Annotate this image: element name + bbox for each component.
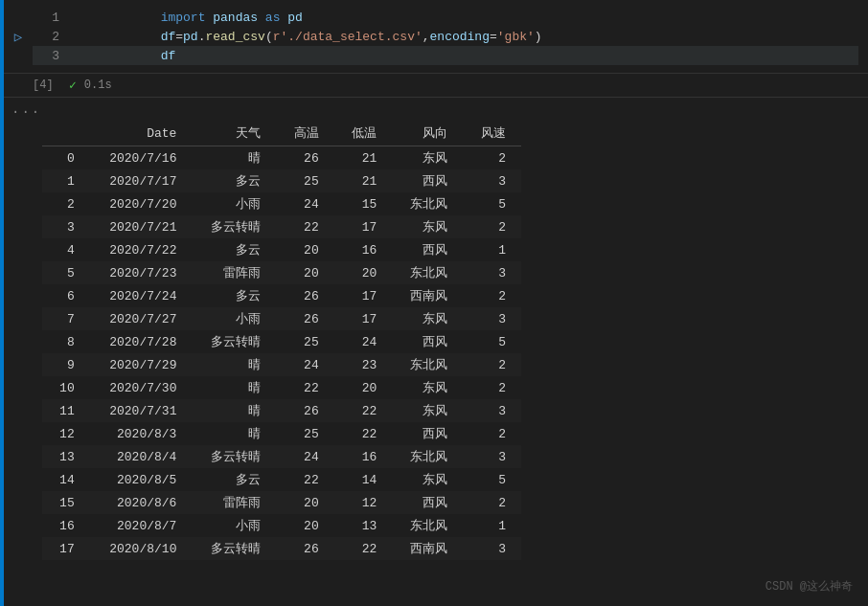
table-cell: 13 bbox=[42, 445, 90, 468]
table-cell: 2020/8/7 bbox=[90, 514, 193, 537]
table-cell: 多云 bbox=[192, 284, 276, 307]
table-row: 62020/7/24多云2617西南风2 bbox=[42, 284, 521, 307]
table-cell: 2020/7/23 bbox=[90, 261, 193, 284]
table-cell: 21 bbox=[334, 146, 393, 170]
table-row: 172020/8/10多云转晴2622西南风3 bbox=[42, 537, 521, 560]
table-cell: 东风 bbox=[392, 307, 463, 330]
table-cell: 多云转晴 bbox=[192, 537, 276, 560]
table-cell: 23 bbox=[334, 353, 393, 376]
table-cell: 2020/7/30 bbox=[90, 376, 193, 399]
table-cell: 3 bbox=[463, 169, 521, 192]
table-row: 22020/7/20小雨2415东北风5 bbox=[42, 192, 521, 215]
table-cell: 东风 bbox=[392, 146, 463, 170]
table-cell: 多云 bbox=[192, 169, 276, 192]
table-cell: 小雨 bbox=[192, 514, 276, 537]
table-cell: 24 bbox=[276, 192, 334, 215]
watermark-text: CSDN @这么神奇 bbox=[765, 580, 853, 594]
table-cell: 2020/7/16 bbox=[90, 146, 193, 170]
table-cell: 20 bbox=[276, 514, 334, 537]
table-cell: 东北风 bbox=[392, 353, 463, 376]
table-cell: 小雨 bbox=[192, 192, 276, 215]
table-cell: 24 bbox=[276, 445, 334, 468]
table-cell: 2020/7/24 bbox=[90, 284, 193, 307]
table-cell: 17 bbox=[334, 284, 393, 307]
table-cell: 11 bbox=[42, 399, 90, 422]
table-cell: 5 bbox=[463, 330, 521, 353]
table-cell: 2020/8/6 bbox=[90, 491, 193, 514]
table-cell: 17 bbox=[42, 537, 90, 560]
table-cell: 14 bbox=[42, 468, 90, 491]
table-cell: 17 bbox=[334, 215, 393, 238]
table-cell: 2 bbox=[463, 146, 521, 170]
table-cell: 16 bbox=[334, 445, 393, 468]
table-row: 122020/8/3晴2522西风2 bbox=[42, 422, 521, 445]
table-cell: 22 bbox=[334, 537, 393, 560]
table-cell: 2 bbox=[42, 192, 90, 215]
table-cell: 3 bbox=[42, 215, 90, 238]
table-row: 12020/7/17多云2521西风3 bbox=[42, 169, 521, 192]
table-cell: 15 bbox=[42, 491, 90, 514]
table-cell: 1 bbox=[42, 169, 90, 192]
col-header-speed: 风速 bbox=[463, 121, 521, 146]
table-cell: 东北风 bbox=[392, 514, 463, 537]
table-cell: 2 bbox=[463, 491, 521, 514]
code-cell: ▷ 1 import pandas as pd 2 df=pd.read_csv… bbox=[4, 0, 868, 74]
table-cell: 晴 bbox=[192, 146, 276, 170]
table-cell: 2020/7/21 bbox=[90, 215, 193, 238]
success-icon: ✓ bbox=[69, 78, 77, 93]
table-cell: 2 bbox=[463, 376, 521, 399]
table-cell: 20 bbox=[276, 491, 334, 514]
table-cell: 26 bbox=[276, 399, 334, 422]
table-cell: 25 bbox=[276, 330, 334, 353]
main-content: ▷ 1 import pandas as pd 2 df=pd.read_csv… bbox=[0, 0, 868, 606]
table-row: 92020/7/29晴2423东北风2 bbox=[42, 353, 521, 376]
table-cell: 20 bbox=[334, 376, 393, 399]
table-cell: 2020/7/27 bbox=[90, 307, 193, 330]
table-cell: 4 bbox=[42, 238, 90, 261]
table-cell: 3 bbox=[463, 537, 521, 560]
table-row: 02020/7/16晴2621东风2 bbox=[42, 146, 521, 170]
table-cell: 西风 bbox=[392, 330, 463, 353]
run-button[interactable]: ▷ bbox=[4, 0, 33, 73]
col-header-low: 低温 bbox=[334, 121, 393, 146]
table-cell: 20 bbox=[276, 238, 334, 261]
table-cell: 26 bbox=[276, 284, 334, 307]
table-cell: 多云转晴 bbox=[192, 330, 276, 353]
line-number-1: 1 bbox=[36, 11, 59, 25]
table-cell: 24 bbox=[334, 330, 393, 353]
table-cell: 东北风 bbox=[392, 261, 463, 284]
table-cell: 5 bbox=[463, 468, 521, 491]
table-cell: 5 bbox=[42, 261, 90, 284]
content-area: ▷ 1 import pandas as pd 2 df=pd.read_csv… bbox=[4, 0, 868, 606]
table-cell: 西风 bbox=[392, 169, 463, 192]
table-row: 132020/8/4多云转晴2416东北风3 bbox=[42, 445, 521, 468]
table-cell: 2020/7/31 bbox=[90, 399, 193, 422]
table-row: 102020/7/30晴2220东风2 bbox=[42, 376, 521, 399]
table-cell: 东风 bbox=[392, 215, 463, 238]
table-cell: 3 bbox=[463, 307, 521, 330]
table-cell: 2 bbox=[463, 284, 521, 307]
table-cell: 1 bbox=[463, 514, 521, 537]
table-cell: 1 bbox=[463, 238, 521, 261]
table-row: 72020/7/27小雨2617东风3 bbox=[42, 307, 521, 330]
table-cell: 西风 bbox=[392, 422, 463, 445]
table-cell: 12 bbox=[334, 491, 393, 514]
table-cell: 2020/8/10 bbox=[90, 537, 193, 560]
table-cell: 16 bbox=[334, 238, 393, 261]
table-cell: 2020/7/17 bbox=[90, 169, 193, 192]
table-cell: 雷阵雨 bbox=[192, 261, 276, 284]
dataframe-wrapper: Date 天气 高温 低温 风向 风速 02020/7/16晴2621东风212… bbox=[42, 121, 868, 560]
output-cell: [4] ✓ 0.1s bbox=[4, 74, 868, 98]
table-cell: 10 bbox=[42, 376, 90, 399]
table-header-row: Date 天气 高温 低温 风向 风速 bbox=[42, 121, 521, 146]
table-cell: 2 bbox=[463, 422, 521, 445]
table-cell: 西南风 bbox=[392, 284, 463, 307]
table-row: 42020/7/22多云2016西风1 bbox=[42, 238, 521, 261]
line-number-2: 2 bbox=[36, 30, 59, 44]
table-cell: 东风 bbox=[392, 376, 463, 399]
table-cell: 21 bbox=[334, 169, 393, 192]
exec-time: 0.1s bbox=[84, 79, 112, 92]
col-header-index bbox=[42, 121, 90, 146]
table-cell: 晴 bbox=[192, 376, 276, 399]
ellipsis: ... bbox=[4, 98, 868, 121]
